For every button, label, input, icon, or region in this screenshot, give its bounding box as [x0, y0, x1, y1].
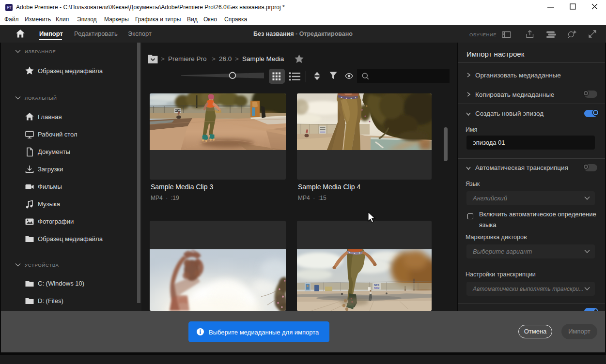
svg-text:NFS: NFS	[374, 284, 379, 287]
svg-text:SKM: SKM	[374, 287, 379, 289]
